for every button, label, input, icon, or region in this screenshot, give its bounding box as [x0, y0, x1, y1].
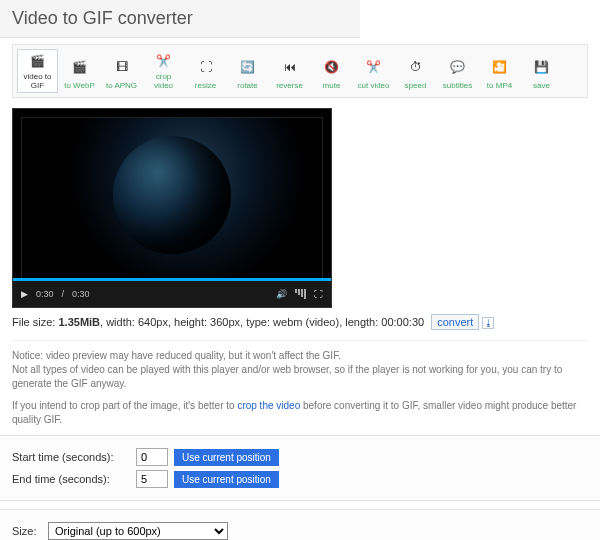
rotate-icon: 🔄 — [236, 55, 260, 79]
toolbar-speed[interactable]: ⏱speed — [395, 49, 436, 93]
options-panel: Size: Original (up to 600px) Frame rate … — [0, 509, 600, 540]
start-time-input[interactable] — [136, 448, 168, 466]
toolbar-crop-video[interactable]: ✂️crop video — [143, 49, 184, 93]
play-icon[interactable]: ▶ — [21, 289, 28, 299]
toolbar-resize[interactable]: ⛶resize — [185, 49, 226, 93]
save-icon: 💾 — [530, 55, 554, 79]
use-position-start-button[interactable]: Use current position — [174, 449, 279, 466]
toolbar-mute[interactable]: 🔇mute — [311, 49, 352, 93]
video-player[interactable]: ▶ 0:30 / 0:30 🔊 ⛶ — [12, 108, 332, 308]
end-time-input[interactable] — [136, 470, 168, 488]
toolbar-label: speed — [405, 81, 427, 90]
toolbar-label: cut video — [357, 81, 389, 90]
fullscreen-icon[interactable]: ⛶ — [314, 289, 323, 299]
toolbar-label: to APNG — [106, 81, 137, 90]
crop-video-icon: ✂️ — [152, 52, 176, 70]
to-apng-icon: 🎞 — [110, 55, 134, 79]
notice-block: Notice: video preview may have reduced q… — [12, 340, 588, 427]
toolbar-subtitles[interactable]: 💬subtitles — [437, 49, 478, 93]
toolbar-label: mute — [323, 81, 341, 90]
toolbar-label: video to GIF — [23, 72, 51, 90]
file-size: 1.35MiB — [58, 316, 100, 328]
end-time-label: End time (seconds): — [12, 473, 130, 485]
toolbar-rotate[interactable]: 🔄rotate — [227, 49, 268, 93]
cut-video-icon: ✂️ — [362, 55, 386, 79]
toolbar-label: save — [533, 81, 550, 90]
use-position-end-button[interactable]: Use current position — [174, 471, 279, 488]
time-duration: 0:30 — [72, 289, 90, 299]
speed-icon: ⏱ — [404, 55, 428, 79]
resize-icon: ⛶ — [194, 55, 218, 79]
volume-bars[interactable] — [295, 289, 306, 299]
toolbar-label: crop video — [146, 72, 181, 90]
player-controls: ▶ 0:30 / 0:30 🔊 ⛶ — [13, 281, 331, 307]
download-icon[interactable]: ⭳ — [482, 317, 494, 329]
to-webp-icon: 🎬 — [68, 55, 92, 79]
crop-video-link[interactable]: crop the video — [237, 400, 300, 411]
volume-icon[interactable]: 🔊 — [276, 289, 287, 299]
toolbar-to-apng[interactable]: 🎞to APNG — [101, 49, 142, 93]
toolbar-label: resize — [195, 81, 216, 90]
time-panel: Start time (seconds): Use current positi… — [0, 435, 600, 501]
toolbar-label: subtitles — [443, 81, 472, 90]
to-mp4-icon: 🎦 — [488, 55, 512, 79]
convert-button[interactable]: convert — [431, 314, 479, 330]
mute-icon: 🔇 — [320, 55, 344, 79]
toolbar-label: to WebP — [64, 81, 95, 90]
start-time-label: Start time (seconds): — [12, 451, 130, 463]
toolbar-label: to MP4 — [487, 81, 512, 90]
toolbar-cut-video[interactable]: ✂️cut video — [353, 49, 394, 93]
toolbar-to-webp[interactable]: 🎬to WebP — [59, 49, 100, 93]
size-label: Size: — [12, 525, 42, 537]
toolbar: 🎬video to GIF🎬to WebP🎞to APNG✂️crop vide… — [12, 44, 588, 98]
page-title: Video to GIF converter — [0, 0, 360, 38]
toolbar-to-mp4[interactable]: 🎦to MP4 — [479, 49, 520, 93]
toolbar-label: reverse — [276, 81, 303, 90]
time-current: 0:30 — [36, 289, 54, 299]
notice-1: Notice: video preview may have reduced q… — [12, 349, 588, 391]
toolbar-save[interactable]: 💾save — [521, 49, 562, 93]
video-frame — [21, 117, 323, 279]
video-to-gif-icon: 🎬 — [26, 52, 50, 70]
toolbar-video-to-gif[interactable]: 🎬video to GIF — [17, 49, 58, 93]
reverse-icon: ⏮ — [278, 55, 302, 79]
notice-2: If you intend to crop part of the image,… — [12, 399, 588, 427]
toolbar-label: rotate — [237, 81, 257, 90]
subtitles-icon: 💬 — [446, 55, 470, 79]
file-info: File size: 1.35MiB, width: 640px, height… — [12, 314, 588, 330]
earth-graphic — [113, 136, 231, 254]
size-select[interactable]: Original (up to 600px) — [48, 522, 228, 540]
toolbar-reverse[interactable]: ⏮reverse — [269, 49, 310, 93]
